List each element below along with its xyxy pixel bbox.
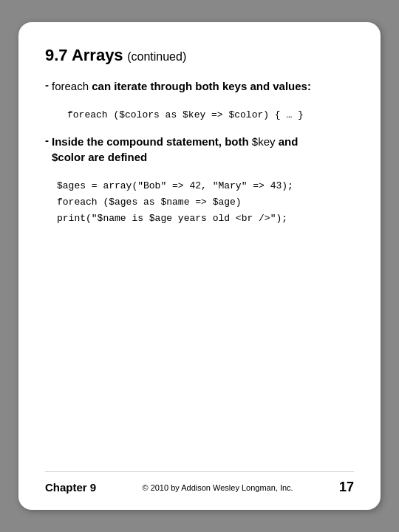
code-block-1: foreach ($colors as $key => $color) { … … xyxy=(67,107,354,123)
footer-chapter: Chapter 9 xyxy=(45,481,96,494)
bullet-2-text: Inside the compound statement, both $key… xyxy=(52,134,298,165)
slide-content: - foreach can iterate through both keys … xyxy=(45,78,354,466)
bullet-2: - Inside the compound statement, both $k… xyxy=(45,134,354,165)
code-block-2: $ages = array("Bob" => 42, "Mary" => 43)… xyxy=(57,178,354,227)
code-block-2-line1: $ages = array("Bob" => 42, "Mary" => 43)… xyxy=(57,178,354,194)
slide: 9.7 Arrays (continued) - foreach can ite… xyxy=(18,22,381,510)
footer-page: 17 xyxy=(339,480,354,495)
footer-copyright: © 2010 by Addison Wesley Longman, Inc. xyxy=(142,483,293,492)
bullet-2-code2: $color xyxy=(52,151,85,163)
bullet-2-dash: - xyxy=(45,134,49,146)
title-main: 9.7 Arrays xyxy=(45,46,123,64)
code-block-1-line1: foreach ($colors as $key => $color) { … … xyxy=(67,107,354,123)
bullet-2-code1: $key xyxy=(252,135,276,148)
footer: Chapter 9 © 2010 by Addison Wesley Longm… xyxy=(45,471,354,495)
bullet-1-code: foreach xyxy=(52,80,89,92)
title-sub: (continued) xyxy=(127,50,186,63)
bullet-1-text: foreach can iterate through both keys an… xyxy=(52,78,311,94)
bullet-1-dash: - xyxy=(45,78,49,91)
code-block-2-line3: print("$name is $age years old <br />"); xyxy=(57,211,354,227)
bullet-1: - foreach can iterate through both keys … xyxy=(45,78,354,94)
slide-title: 9.7 Arrays (continued) xyxy=(45,46,354,65)
code-block-2-line2: foreach ($ages as $name => $age) xyxy=(57,194,354,211)
